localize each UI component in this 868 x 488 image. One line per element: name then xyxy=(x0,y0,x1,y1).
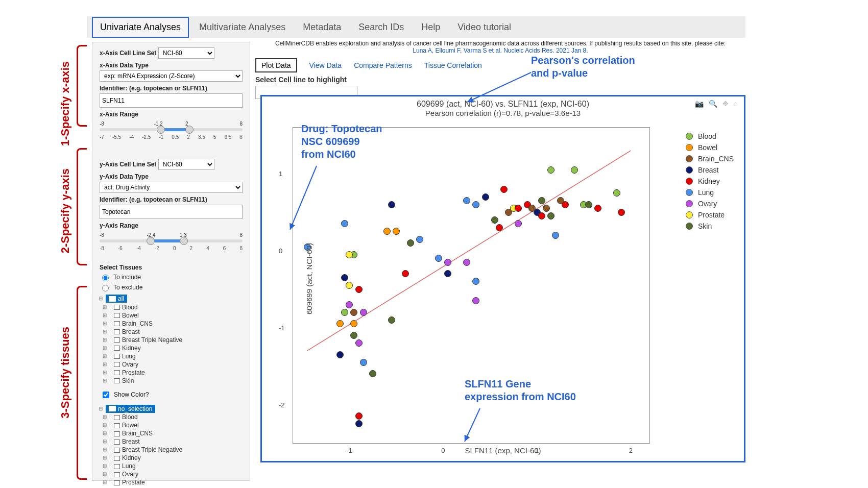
tissue-include-radio[interactable]: To include xyxy=(100,273,243,281)
point-brain_cns[interactable] xyxy=(543,205,550,212)
home-icon[interactable]: ⌂ xyxy=(734,100,738,108)
point-skin[interactable] xyxy=(388,316,395,324)
point-kidney[interactable] xyxy=(496,224,503,231)
tree-root-noselection[interactable]: no_selection xyxy=(106,405,155,413)
subtab-tissue-corr[interactable]: Tissue Correlation xyxy=(424,61,482,69)
point-ovary[interactable] xyxy=(515,220,522,227)
tab-help[interactable]: Help xyxy=(414,18,447,37)
tree-node-bowel[interactable]: Bowel xyxy=(103,421,243,429)
point-kidney[interactable] xyxy=(538,212,545,219)
point-lung[interactable] xyxy=(360,359,367,366)
legend-ovary[interactable]: Ovary xyxy=(686,200,734,208)
point-lung[interactable] xyxy=(552,232,559,239)
point-ovary[interactable] xyxy=(355,339,363,347)
point-breast[interactable] xyxy=(355,420,363,427)
tree-node-brain-cns[interactable]: Brain_CNS xyxy=(103,429,243,437)
tab-video[interactable]: Video tutorial xyxy=(450,18,518,37)
show-color-check[interactable]: Show Color? xyxy=(101,390,243,400)
x-set-select[interactable]: NCI-60 xyxy=(158,47,214,59)
pan-icon[interactable]: ✥ xyxy=(722,100,729,108)
tree-node-ovary[interactable]: Ovary xyxy=(103,360,243,369)
y-set-select[interactable]: NCI-60 xyxy=(158,159,214,170)
point-blood[interactable] xyxy=(613,189,620,197)
point-bowel[interactable] xyxy=(383,228,391,235)
point-kidney[interactable] xyxy=(515,205,522,212)
legend-kidney[interactable]: Kidney xyxy=(686,177,734,185)
point-breast[interactable] xyxy=(336,351,344,358)
point-kidney[interactable] xyxy=(618,209,625,216)
legend-lung[interactable]: Lung xyxy=(686,188,734,197)
point-kidney[interactable] xyxy=(562,201,569,208)
point-bowel[interactable] xyxy=(350,320,357,327)
tree-node-breast-triple-negative[interactable]: Breast Triple Negative xyxy=(103,446,243,454)
point-lung[interactable] xyxy=(463,197,470,204)
x-range-slider[interactable]: -8 -1.2 2 8 -7-5.5-4 -2.5-10.5 23.55 6.5… xyxy=(100,121,243,143)
legend-prostate[interactable]: Prostate xyxy=(686,211,734,219)
zoom-icon[interactable]: 🔍 xyxy=(709,100,717,108)
tree-node-blood[interactable]: Blood xyxy=(103,303,243,311)
point-lung[interactable] xyxy=(472,278,479,285)
point-ovary[interactable] xyxy=(472,297,479,304)
tree-node-brain-cns[interactable]: Brain_CNS xyxy=(103,320,243,328)
point-kidney[interactable] xyxy=(402,270,409,277)
tree-node-skin[interactable]: Skin xyxy=(103,377,243,385)
tree-node-bowel[interactable]: Bowel xyxy=(103,311,243,320)
y-type-select[interactable]: act: Drug Activity xyxy=(100,182,243,193)
tree-node-blood[interactable]: Blood xyxy=(103,413,243,421)
tab-search-ids[interactable]: Search IDs xyxy=(351,18,411,37)
tab-metadata[interactable]: Metadata xyxy=(296,18,348,37)
point-skin[interactable] xyxy=(491,216,498,224)
point-skin[interactable] xyxy=(407,239,414,247)
point-ovary[interactable] xyxy=(463,259,470,266)
citation-link[interactable]: Luna A, Elloumi F, Varma S et al. Nuclei… xyxy=(413,47,588,54)
point-ovary[interactable] xyxy=(444,259,451,266)
subtab-plot-data[interactable]: Plot Data xyxy=(255,58,297,72)
point-kidney[interactable] xyxy=(355,412,363,420)
tab-multivariate[interactable]: Multivariate Analyses xyxy=(192,18,293,37)
tree-node-breast[interactable]: Breast xyxy=(103,328,243,336)
tree-node-breast-triple-negative[interactable]: Breast Triple Negative xyxy=(103,336,243,344)
x-id-input[interactable] xyxy=(100,93,243,108)
y-id-input[interactable] xyxy=(100,205,243,219)
legend-skin[interactable]: Skin xyxy=(686,222,734,230)
point-kidney[interactable] xyxy=(355,286,363,293)
point-blood[interactable] xyxy=(571,166,578,174)
point-ovary[interactable] xyxy=(346,301,353,308)
tree-node-prostate[interactable]: Prostate xyxy=(103,478,243,486)
point-skin[interactable] xyxy=(547,212,554,219)
point-skin[interactable] xyxy=(538,197,545,204)
radio-include[interactable] xyxy=(102,275,109,281)
point-prostate[interactable] xyxy=(346,282,353,289)
point-bowel[interactable] xyxy=(336,320,344,327)
point-kidney[interactable] xyxy=(500,186,508,193)
point-lung[interactable] xyxy=(472,201,479,208)
point-breast[interactable] xyxy=(444,270,451,277)
point-breast[interactable] xyxy=(341,274,348,281)
tree-node-kidney[interactable]: Kidney xyxy=(103,344,243,352)
checkbox-show-color[interactable] xyxy=(103,392,109,398)
tree-node-breast[interactable]: Breast xyxy=(103,437,243,446)
legend-blood[interactable]: Blood xyxy=(686,132,734,140)
subtab-view-data[interactable]: View Data xyxy=(309,61,342,69)
tab-univariate[interactable]: Univariate Analyses xyxy=(92,17,189,38)
tree-node-kidney[interactable]: Kidney xyxy=(103,454,243,462)
point-kidney[interactable] xyxy=(594,205,601,212)
legend-bowel[interactable]: Bowel xyxy=(686,143,734,152)
point-skin[interactable] xyxy=(585,201,592,208)
legend-brain_cns[interactable]: Brain_CNS xyxy=(686,155,734,163)
point-bowel[interactable] xyxy=(393,228,400,235)
radio-exclude[interactable] xyxy=(102,285,109,291)
point-breast[interactable] xyxy=(482,193,489,201)
point-ovary[interactable] xyxy=(360,309,367,316)
point-lung[interactable] xyxy=(416,236,423,243)
tree-node-lung[interactable]: Lung xyxy=(103,462,243,470)
tree-node-ovary[interactable]: Ovary xyxy=(103,470,243,478)
subtab-compare[interactable]: Compare Patterns xyxy=(354,61,412,69)
point-lung[interactable] xyxy=(341,220,348,227)
tissue-exclude-radio[interactable]: To exclude xyxy=(100,283,243,291)
point-breast[interactable] xyxy=(388,201,395,208)
y-range-slider[interactable]: -8 -2.4 1.3 8 -8-6-4 -202 468 xyxy=(100,232,243,255)
x-type-select[interactable]: exp: mRNA Expression (Z-Score) xyxy=(100,70,243,82)
point-skin[interactable] xyxy=(350,332,357,339)
point-lung[interactable] xyxy=(435,255,442,262)
